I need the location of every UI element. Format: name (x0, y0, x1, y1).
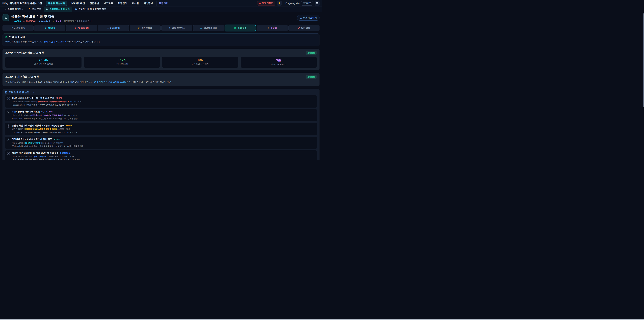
stat-label: 해안 도달 시간 오차 (164, 63, 237, 65)
intro-title-row: 모델 검증 사례 (5, 36, 317, 39)
paper-note: 20년 과거자료 기반 100회 몬테카를로 통계 위험평가·가로림만 해안/어… (12, 145, 314, 148)
papers-header[interactable]: 모델 검증 관련 논문 ▲ (5, 91, 317, 94)
section-tab[interactable]: 풍화 프로세스 (161, 25, 192, 31)
case-2007-title: 2007년 허베이 스피리트 사고 재현 (5, 51, 44, 54)
paper-journal[interactable]: 한국해양과학기술협의회 공동학술대회 (38, 101, 69, 103)
stat-card: 3종 비교 검증 모델 수 (241, 57, 317, 68)
stat-label: 비교 검증 모델 수 (242, 63, 316, 66)
section-tab[interactable]: 시스템 개요 (2, 25, 34, 31)
subtab[interactable]: 오일펜스 배치 알고리즘 이론 (72, 7, 109, 12)
model-badge: POSEIDON (23, 20, 36, 23)
logout-button[interactable]: 로그아웃 (301, 1, 313, 6)
nav-item[interactable]: 게시판 (130, 1, 141, 6)
paper-pages-year: pp.3154 | 2010 (70, 101, 82, 103)
wave-icon (200, 27, 202, 29)
nav-item[interactable]: 기상정보 (142, 1, 155, 6)
paper-journal[interactable]: 한국해양과학기술협의회 공동학술대회 (25, 128, 57, 130)
incident-status-badge[interactable]: 사고 진행중 (257, 1, 275, 6)
paper-authors: 이재호·임병준·김도연 외 (12, 156, 32, 158)
paper-card[interactable]: 2 3차원 유출유 확산예측 시스템 연구 KOSPS 이문진·김혜진·강관근 … (5, 109, 317, 121)
section-tab[interactable]: 앙상블 (256, 25, 288, 31)
nav-item[interactable]: 긴급구난 (88, 1, 101, 6)
section-tab[interactable]: 발전 방향 (288, 25, 320, 31)
section-tab[interactable]: KOSPS (34, 25, 65, 31)
section-tab[interactable]: 해양환경 입력 (193, 25, 224, 31)
case-2014-title: 2014년 우이산 충돌 사고 재현 (5, 75, 39, 78)
case-2014-card: 2014년 우이산 충돌 사고 재현 검증완료 여수 오동도 인근 원유 유출 … (2, 73, 320, 86)
intro-highlight: 과거 실제 사고 재현 시뮬레이션 (39, 41, 68, 43)
checksq-icon (234, 27, 236, 29)
nav-item[interactable]: 통합조회 (156, 1, 170, 6)
bolt-icon (268, 27, 269, 29)
paper-journal[interactable]: 한국지구과학회지 (34, 156, 48, 158)
page-icon-setsquare (2, 14, 9, 21)
paper-card[interactable]: 3 유출유 확산예측 모델의 해양사고 적용 및 개선방안 연구 KOSPS 이… (5, 123, 317, 135)
paper-authors-line: 이문진·김혜진 | 한국해양과학기술협의회 공동학술대회 pp.2353 | 2… (12, 128, 314, 130)
export-icon (300, 17, 302, 19)
section-tab-bar: 시스템 개요 KOSPS POSEIDON OpenDrift 입자추적법 풍화… (2, 25, 320, 31)
stat-card: ±8h 해안 도달 시간 오차 (162, 57, 238, 68)
divider (44, 2, 44, 5)
nav-item[interactable]: 보고자료 (102, 1, 115, 6)
nav-item[interactable]: 항공탐색 (116, 1, 129, 6)
case-2007-stats: 78.4% 해안 표착 예측 일치율 ±12% 유막 면적 오차 ±8h 해안 … (5, 57, 317, 68)
paper-note: Radarsat 인공위성영상 비교 분석·NOAA GNOME과 동일 입력조… (12, 104, 314, 106)
hamburger-icon (316, 2, 318, 4)
paper-model-tag: POSEIDON (60, 152, 70, 154)
divider (284, 2, 284, 5)
paper-number: 3 (7, 125, 10, 128)
logo-wordmark: Wing (2, 2, 8, 5)
menu-button[interactable] (314, 1, 320, 6)
paper-pages-year: pp.17-18 | 2013 (64, 114, 76, 116)
section-tab[interactable]: OpenDrift (98, 25, 129, 31)
paper-number: 5 (7, 152, 10, 155)
model-badge: OpenDrift (38, 20, 50, 23)
collapse-arrow-icon[interactable]: ▲ (33, 92, 35, 93)
pdf-export-button[interactable]: PDF 내보내기 (297, 15, 320, 21)
setsquare-icon (46, 8, 48, 11)
section-tab[interactable]: POSEIDON (66, 25, 97, 31)
app-logo: Wing 해양환경 위기대응 통합시스템 (2, 2, 42, 5)
stat-card: ±12% 유막 면적 오차 (84, 57, 160, 68)
nav-item[interactable]: 유출유 확산예측 (46, 1, 67, 6)
main-content: 유출유 확산 모델 이론 및 검증 KOSPS POSEIDON OpenDri… (0, 12, 322, 160)
stat-value: ±12% (85, 58, 159, 62)
intro-body: WING 시스템의 유출유 확산 모델은 과거 실제 사고 재현 시뮬레이션을 … (5, 41, 317, 43)
section-tab[interactable]: 모델 검증 (225, 25, 256, 31)
papers-panel: 모델 검증 관련 논문 ▲ 1 허베이스피리트호 유출유 확산예측 검증 분석 … (2, 89, 320, 160)
subtab-bar: 유출유 확산분석 분석 목록 유출유확산모델 이론 오일펜스 배치 알고리즘 이… (0, 7, 322, 12)
subtab[interactable]: 유출유확산모델 이론 (44, 7, 72, 12)
paper-title: 유출유 확산예측 모델의 해양사고 적용 및 개선방안 연구 (12, 124, 64, 127)
doc-icon (11, 27, 13, 29)
top-navbar: Wing 해양환경 위기대응 통합시스템 유출유 확산예측HNS·대기확산긴급구… (0, 0, 322, 7)
paper-journal[interactable]: 한국해양공학회지 (25, 142, 40, 144)
diamond-icon (45, 27, 46, 29)
ellipse-icon (23, 20, 25, 22)
clipboard-icon (28, 8, 31, 11)
section-tab[interactable]: 입자추적법 (130, 25, 161, 31)
incident-dot-icon (259, 3, 260, 4)
paper-note: Monte Carlo Simulation 기반 3D 확산모델·허베이 스피… (12, 117, 314, 120)
model-badge: 앙상블 (53, 20, 62, 23)
case-2014-header: 2014년 우이산 충돌 사고 재현 검증완료 (5, 75, 317, 79)
paper-pages-year: 제23권 1호, pp.24-30 | 2009 (40, 142, 64, 144)
rocket-icon (298, 27, 300, 29)
case-2014-highlight: 유막 중심 이동 경로 일치율 82.1% (94, 81, 126, 83)
nav-item[interactable]: HNS·대기확산 (68, 1, 87, 6)
ellipse-icon (75, 27, 76, 29)
page-header: 유출유 확산 모델 이론 및 검증 KOSPS POSEIDON OpenDri… (2, 14, 320, 23)
subtab[interactable]: 유출유 확산분석 (2, 7, 26, 12)
stat-card: 78.4% 해안 표착 예측 일치율 (5, 57, 82, 68)
paper-journal[interactable]: 한국해양과학기술협의회 공동학술대회 (31, 114, 63, 116)
diamond-icon (11, 20, 13, 22)
model-badge-row: KOSPS POSEIDON OpenDrift 앙상블 라그랑지안 입자추적 … (11, 20, 92, 23)
verified-badge: 검증완료 (306, 75, 317, 79)
pdf-export-label: PDF 내보내기 (303, 16, 317, 19)
notifications-button[interactable] (277, 1, 282, 6)
subtab[interactable]: 분석 목록 (26, 7, 44, 12)
paper-card[interactable]: 4 해양유류오염사고 위해도 평가에 관한 연구 KOSPS 이문진·김혜진 |… (5, 137, 317, 149)
paper-card[interactable]: 5 한반도 인근 해역 MOHID 지역 해양순환 모델 검증 POSEIDON… (5, 150, 317, 160)
ellipse-icon (107, 27, 109, 29)
paper-card[interactable]: 1 허베이스피리트호 유출유 확산예측 검증 분석 KOSPS 이문진·김선동·… (5, 95, 317, 108)
paper-authors-line: 이재호·임병준·김도연 외 | 한국지구과학회지 제39권 5호, pp.436… (12, 155, 314, 158)
